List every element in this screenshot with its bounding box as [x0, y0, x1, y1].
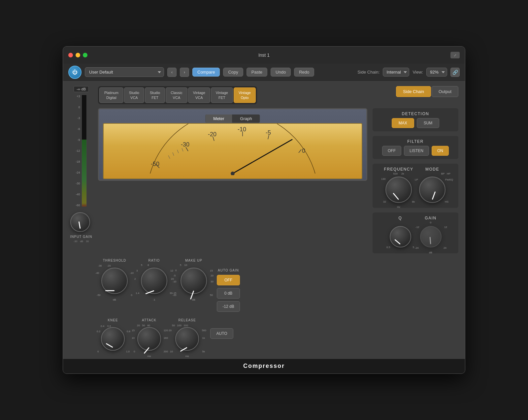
side-chain-select[interactable]: Internal: [383, 68, 409, 77]
side-chain-tab[interactable]: Side Chain: [396, 86, 431, 97]
output-tab[interactable]: Output: [432, 86, 458, 97]
app-name: Compressor: [243, 363, 285, 370]
main-knobs-row2: KNEE 0.4 0.6 0.2 0.8 0 1.0 ATTACK: [98, 318, 458, 354]
q-knob-group: Q 0.5 5: [387, 216, 413, 250]
knee-group: KNEE 0.4 0.6 0.2 0.8 0 1.0: [98, 318, 128, 354]
release-knob[interactable]: [175, 327, 199, 351]
comp-tab-platinum-digital[interactable]: Platinum Digital: [99, 87, 123, 103]
db-infinity-label: -∞ dB: [74, 86, 89, 92]
auto-gain-label: AUTO GAIN: [218, 269, 239, 272]
comp-tab-vintage-opto[interactable]: Vintage Opto: [234, 87, 256, 103]
svg-text:-50: -50: [151, 161, 159, 167]
svg-line-15: [182, 148, 183, 151]
maximize-button[interactable]: [83, 53, 87, 57]
auto-gain-12db-button[interactable]: -12 dB: [217, 301, 240, 312]
minimize-button[interactable]: [76, 53, 80, 57]
side-chain-output-tabs: Side Chain Output: [396, 86, 458, 97]
input-gain-knob[interactable]: [70, 212, 90, 232]
redo-button[interactable]: Redo: [294, 68, 314, 77]
compare-button[interactable]: Compare: [192, 68, 220, 77]
nav-forward-button[interactable]: ›: [180, 68, 189, 77]
makeup-label: MAKE UP: [185, 259, 202, 262]
frequency-title: FREQUENCY: [384, 167, 413, 172]
q-knob[interactable]: [390, 226, 411, 247]
ratio-knob[interactable]: [141, 268, 167, 294]
mode-knob[interactable]: [419, 177, 446, 203]
main-window: Inst 1 ⤢ ⏻ User Default ‹ › Compare Copy…: [63, 46, 465, 374]
detection-buttons: MAX SUM: [376, 118, 455, 128]
gain-scale: +3 0 -3 -6 -9 -12 -18 -24 -30 -40 -60: [76, 95, 80, 207]
filter-on-button[interactable]: ON: [432, 146, 449, 156]
detection-section: DETECTION MAX SUM: [373, 108, 458, 131]
attack-group: ATTACK 20 50 80 120 15 10 160 0 200 ms: [134, 318, 164, 354]
frequency-knob[interactable]: [385, 177, 412, 203]
detection-sum-button[interactable]: SUM: [417, 118, 440, 128]
auto-release-button[interactable]: AUTO: [210, 328, 233, 339]
svg-text:-20: -20: [208, 131, 216, 138]
release-group: RELEASE 50 100 200 500 20 1k 10 5k ms: [171, 318, 204, 354]
threshold-knob[interactable]: [101, 268, 128, 294]
mode-title: MODE: [425, 167, 439, 172]
svg-line-16: [233, 140, 292, 174]
view-label: View:: [412, 70, 423, 75]
knee-knob[interactable]: [101, 327, 125, 351]
svg-line-10: [299, 149, 301, 153]
undo-button[interactable]: Undo: [271, 68, 291, 77]
vu-display: Meter Graph -50: [98, 108, 367, 181]
nav-back-button[interactable]: ‹: [167, 68, 177, 77]
view-select[interactable]: 92%: [426, 68, 447, 77]
input-gain-column: -∞ dB +3 0 -3 -6 -9 -12 -18 -24 -30 -40 …: [70, 86, 93, 354]
preset-select[interactable]: User Default: [85, 67, 164, 77]
mode-knob-group: MODE BP HP ParEQ LP HS: [417, 167, 447, 205]
gain-knob[interactable]: [420, 226, 442, 247]
svg-point-17: [231, 172, 235, 175]
gain-title: GAIN: [425, 216, 436, 220]
auto-gain-off-button[interactable]: OFF: [217, 275, 240, 285]
right-panel: DETECTION MAX SUM FILTER OFF LISTEN ON: [373, 108, 458, 253]
comp-type-tabs: Platinum Digital Studio VCA Studio FET C…: [98, 86, 257, 104]
gain-meter-bar: [82, 95, 87, 207]
bottom-bar: Compressor: [63, 359, 465, 373]
comp-tab-studio-vca[interactable]: Studio VCA: [124, 87, 144, 103]
svg-text:-30: -30: [181, 141, 189, 148]
svg-text:0: 0: [302, 147, 305, 154]
filter-title: FILTER: [376, 139, 455, 144]
filter-listen-button[interactable]: LISTEN: [404, 146, 429, 156]
q-title: Q: [399, 216, 402, 220]
knee-label: KNEE: [108, 318, 118, 322]
detection-title: DETECTION: [376, 112, 455, 116]
svg-line-14: [177, 150, 179, 153]
svg-line-12: [168, 155, 170, 159]
auto-gain-0db-button[interactable]: 0 dB: [217, 288, 240, 299]
window-title: Inst 1: [258, 52, 270, 58]
title-bar: Inst 1 ⤢: [63, 47, 465, 64]
filter-section: FILTER OFF LISTEN ON: [373, 136, 458, 159]
attack-label: ATTACK: [142, 318, 156, 322]
attack-knob[interactable]: [137, 327, 161, 351]
title-bar-right: ⤢: [450, 52, 460, 59]
link-button[interactable]: 🔗: [450, 68, 460, 77]
threshold-group: THRESHOLD -30 -20 -40 -10 -50 0 dB: [98, 259, 131, 297]
traffic-lights: [68, 53, 87, 57]
detection-max-button[interactable]: MAX: [392, 118, 414, 128]
close-button[interactable]: [68, 53, 73, 57]
comp-tab-classic-vca[interactable]: Classic VCA: [166, 87, 187, 103]
expand-button[interactable]: ⤢: [450, 52, 460, 58]
filter-buttons: OFF LISTEN ON: [376, 146, 455, 156]
freq-mode-section: FREQUENCY 520 2k 130 32 8k Hz: [373, 164, 458, 208]
meter-graph-tabs: Meter Graph: [205, 114, 260, 123]
comp-tab-vintage-vca[interactable]: Vintage VCA: [188, 87, 210, 103]
comp-tab-vintage-fet[interactable]: Vintage FET: [211, 87, 233, 103]
paste-button[interactable]: Paste: [247, 68, 267, 77]
power-button[interactable]: ⏻: [68, 66, 82, 79]
svg-line-13: [173, 152, 174, 156]
filter-off-button[interactable]: OFF: [382, 146, 401, 156]
vu-arc-container: -50 -30 -20 -10: [137, 123, 328, 175]
gain-knob-group: GAIN 0 -12 12 -24 24 dB: [417, 216, 444, 250]
graph-tab[interactable]: Graph: [232, 114, 260, 123]
copy-button[interactable]: Copy: [223, 68, 243, 77]
svg-text:-10: -10: [238, 126, 246, 133]
comp-tab-studio-fet[interactable]: Studio FET: [145, 87, 165, 103]
meter-tab[interactable]: Meter: [205, 114, 232, 123]
makeup-knob[interactable]: [181, 268, 207, 294]
